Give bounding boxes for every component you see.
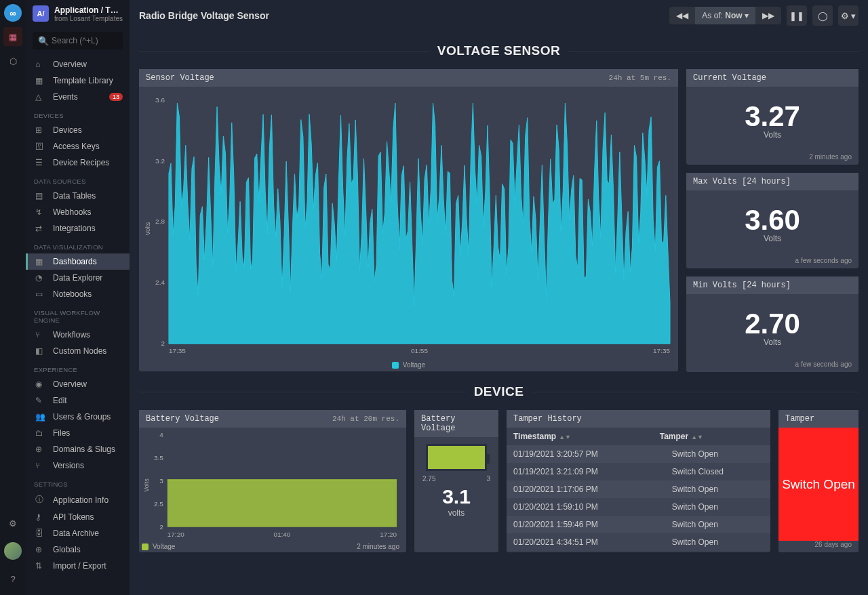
nav-overview[interactable]: ⌂Overview [26,56,130,73]
forward-button[interactable]: ▶▶ [755,7,781,24]
topbar: Radio Bridge Voltage Sensor ◀◀ As of: No… [130,0,868,31]
nav-icon: ⇄ [35,224,46,233]
nav-icon: ⊞ [35,125,46,135]
avatar[interactable] [4,542,22,560]
svg-text:17:35: 17:35 [169,347,186,354]
nav-template-library[interactable]: ▦Template Library [26,73,130,89]
nav-data-archive[interactable]: 🗄Data Archive [26,525,130,541]
app-badge: A/ [33,5,49,22]
nav-section: DEVICES [26,105,130,122]
nav-dashboards[interactable]: ▦Dashboards [26,253,130,270]
panel-battery-chart: Battery Voltage24h at 20m res. Volts 43.… [139,410,406,552]
table-row[interactable]: 01/19/2021 3:20:57 PMSwitch Open [507,445,770,463]
nav-icon: ◉ [35,379,46,389]
col-timestamp[interactable]: Timestamp▲▼ [507,428,653,445]
sidebar: A/ Application / The Thin… from Losant T… [26,0,130,595]
nav-section: VISUAL WORKFLOW ENGINE [26,302,130,327]
nav-edit[interactable]: ✎Edit [26,392,130,409]
svg-text:4: 4 [159,431,163,438]
nav-icon: ▤ [35,191,46,201]
app-header[interactable]: A/ Application / The Thin… from Losant T… [26,0,130,28]
nav-custom-nodes[interactable]: ◧Custom Nodes [26,343,130,359]
col-tamper[interactable]: Tamper▲▼ [653,428,770,445]
nav-import-export[interactable]: ⇅Import / Export [26,558,130,574]
table-row[interactable]: 01/20/2021 1:59:46 PMSwitch Open [507,516,770,533]
nav-domains-slugs[interactable]: ⊕Domains & Slugs [26,441,130,457]
help-icon[interactable]: ? [3,569,22,588]
settings-button[interactable]: ⚙ ▾ [838,5,859,26]
sensor-voltage-chart: Volts 3.63.22.82.42 17:3501:5517:35 [144,92,673,358]
nav-section: DATA VISUALIZATION [26,237,130,253]
rail-app-icon[interactable]: ▦ [3,27,22,46]
nav-icon: ⑂ [35,330,46,340]
legend-swatch [392,362,399,369]
nav-icon: ⊕ [35,545,46,554]
panel-current-voltage: Current Voltage 3.27Volts 2 minutes ago [686,69,859,165]
nav-events[interactable]: △Events13 [26,89,130,105]
nav-icon: ✎ [35,396,46,405]
kpi-value: 3.27 [745,100,800,133]
table-row[interactable]: 01/20/2021 1:17:06 PMSwitch Open [507,480,770,498]
nav-data-tables[interactable]: ▤Data Tables [26,188,130,204]
nav-section: DATA SOURCES [26,171,130,188]
nav-device-recipes[interactable]: ☰Device Recipes [26,155,130,171]
app-title: Application / The Thin… [54,5,123,15]
svg-text:3: 3 [159,477,163,485]
panel-min-voltage: Min Volts [24 hours] 2.70Volts a few sec… [686,276,859,372]
svg-text:17:20: 17:20 [380,531,397,538]
gauge-value: 3.1 [442,485,471,508]
section-voltage: VOLTAGE SENSOR [139,43,859,58]
nav-icon: ⓘ [35,494,46,506]
nav-icon: ⚷ [35,512,46,522]
svg-text:3.2: 3.2 [155,157,165,165]
asof-button[interactable]: As of: Now ▾ [695,7,755,24]
table-row[interactable]: 01/20/2021 4:34:51 PMSwitch Open [507,533,770,551]
nav-integrations[interactable]: ⇄Integrations [26,220,130,237]
nav-users-groups[interactable]: 👥Users & Groups [26,409,130,425]
nav-files[interactable]: 🗀Files [26,425,130,441]
nav-icon: 🗀 [35,428,46,438]
nav-devices[interactable]: ⊞Devices [26,122,130,138]
nav-icon: △ [35,92,46,102]
svg-text:17:20: 17:20 [167,531,184,538]
pause-button[interactable]: ❚❚ [787,5,807,26]
nav-icon: ☰ [35,158,46,167]
rewind-button[interactable]: ◀◀ [669,7,695,24]
sort-icon: ▲▼ [691,434,703,440]
rail-cube-icon[interactable]: ⬡ [3,52,22,70]
svg-text:2.8: 2.8 [155,218,165,226]
panel-battery-gauge: Battery Voltage 2.753 3.1 volts [414,410,498,552]
nav-access-keys[interactable]: ⚿Access Keys [26,138,130,155]
nav-overview[interactable]: ◉Overview [26,376,130,392]
nav-section: SETTINGS [26,474,130,491]
nav-icon: 🗄 [35,529,46,538]
svg-text:2: 2 [161,340,165,347]
nav-section: EXPERIENCE [26,359,130,376]
nav-webhooks[interactable]: ↯Webhooks [26,204,130,220]
svg-text:01:55: 01:55 [411,347,428,354]
nav-icon: ▭ [35,289,46,299]
svg-rect-15 [167,480,397,527]
nav-api-tokens[interactable]: ⚷API Tokens [26,509,130,525]
svg-text:3.5: 3.5 [154,454,163,461]
nav-icon: ◧ [35,346,46,356]
time-nav: ◀◀ As of: Now ▾ ▶▶ [669,7,781,24]
nav-icon: ▦ [35,257,46,266]
nav-icon: ◔ [35,273,46,283]
rail-settings-icon[interactable]: ⚙ [3,514,22,533]
nav-data-explorer[interactable]: ◔Data Explorer [26,270,130,286]
panel-tamper: Tamper Switch Open 26 days ago [778,410,859,552]
table-row[interactable]: 01/19/2021 3:21:09 PMSwitch Closed [507,463,770,480]
badge: 13 [109,93,123,101]
nav-versions[interactable]: ⑂Versions [26,457,130,474]
svg-text:17:35: 17:35 [653,347,670,354]
panel-title: Sensor Voltage [146,73,214,83]
logo-icon[interactable]: ∞ [4,4,22,22]
refresh-button[interactable]: ◯ [812,5,833,26]
nav-globals[interactable]: ⊕Globals [26,541,130,558]
nav-notebooks[interactable]: ▭Notebooks [26,286,130,302]
svg-text:Volts: Volts [144,478,150,492]
table-row[interactable]: 01/20/2021 1:59:10 PMSwitch Open [507,498,770,516]
nav-application-info[interactable]: ⓘApplication Info [26,491,130,509]
nav-workflows[interactable]: ⑂Workflows [26,327,130,343]
